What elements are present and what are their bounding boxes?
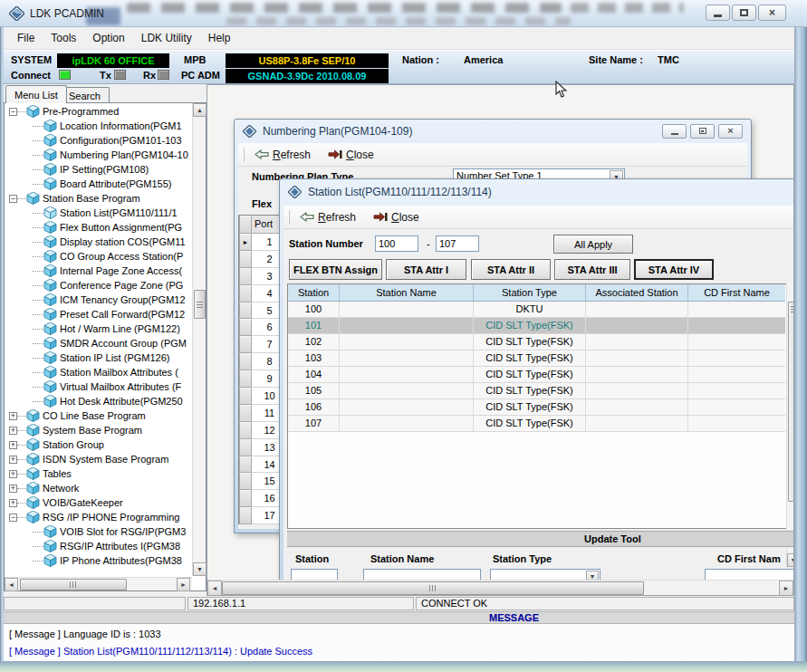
tree-item[interactable]: +VOIB/GateKeeper [5,495,191,510]
numbering-plan-title-bar[interactable]: Numbering Plan(PGM104-109) × [235,120,751,142]
table-cell[interactable] [340,383,474,399]
table-cell[interactable] [586,367,688,383]
close-button[interactable]: × [718,124,743,139]
row-selector[interactable] [239,336,252,353]
table-cell[interactable] [586,334,688,350]
table-cell[interactable] [586,416,688,432]
scroll-left-button[interactable]: ◄ [5,578,18,591]
table-cell[interactable]: CID SLT Type(FSK) [474,367,586,383]
row-selector[interactable] [239,285,252,302]
table-cell[interactable]: CID SLT Type(FSK) [474,334,586,350]
table-cell[interactable] [586,302,688,318]
table-row[interactable]: 102CID SLT Type(FSK) [288,334,787,350]
row-selector[interactable]: ► [239,234,252,251]
table-row[interactable]: 104CID SLT Type(FSK) [288,367,787,383]
column-header[interactable]: Associated Station [586,284,688,302]
table-vscrollbar[interactable]: ▼ [786,283,794,567]
tree-item[interactable]: +Station Group [5,437,191,452]
tree-item[interactable]: Board Attribute(PGM155) [5,177,191,191]
table-cell[interactable]: CID SLT Type(FSK) [474,399,586,416]
row-selector[interactable] [239,422,252,439]
attr-button-sta-attr-ii[interactable]: STA Attr II [471,259,551,280]
minimize-button[interactable] [706,5,730,21]
table-cell[interactable] [340,350,474,367]
menu-item-help[interactable]: Help [200,28,239,48]
table-cell[interactable]: 106 [288,399,340,416]
table-cell[interactable] [340,318,474,334]
expander-icon[interactable]: + [9,456,17,464]
expander-icon[interactable]: − [9,108,17,116]
table-cell[interactable]: 107 [288,416,340,432]
table-cell[interactable]: CID SLT Type(FSK) [474,350,586,367]
tree-item[interactable]: ICM Tenancy Group(PGM12 [5,293,191,307]
tree-item[interactable]: +CO Line Base Program [5,408,191,423]
table-cell[interactable] [688,318,785,334]
tree-item[interactable]: IP Phone Attributes(PGM38 [5,553,191,568]
maximize-button[interactable] [690,124,715,139]
table-cell[interactable] [340,399,474,416]
close-button[interactable]: × [758,5,786,21]
tree-item[interactable]: RSG/IP Attributes I(PGM38 [5,539,191,553]
table-cell[interactable]: 104 [288,367,340,383]
table-cell[interactable] [340,367,474,383]
table-cell[interactable]: 103 [288,350,340,367]
column-header[interactable]: CD First Name [688,284,785,302]
expander-icon[interactable]: + [9,499,17,507]
row-selector[interactable] [239,456,252,474]
station-number-from-input[interactable] [375,235,418,252]
menu-item-option[interactable]: Option [84,28,132,48]
tree-item[interactable]: Internal Page Zone Access( [5,264,191,278]
table-cell[interactable] [688,399,785,416]
column-header[interactable]: Station Name [340,284,474,302]
table-cell[interactable] [586,350,688,367]
row-selector[interactable] [239,439,252,456]
table-row[interactable]: 101CID SLT Type(FSK) [288,318,787,334]
table-row[interactable]: 105CID SLT Type(FSK) [288,383,787,399]
tree-item[interactable]: Preset Call Forward(PGM12 [5,307,191,322]
table-cell[interactable]: 105 [288,383,340,399]
table-cell[interactable] [586,318,688,334]
tab-menu-list[interactable]: Menu List [5,85,67,103]
tree-item[interactable]: Station IP List (PGM126) [5,350,191,365]
row-selector[interactable] [239,405,252,422]
table-cell[interactable]: 100 [288,302,340,318]
tree-item[interactable]: Hot Desk Attribute(PGM250 [5,394,191,408]
tree-hscrollbar-thumb[interactable] [20,579,127,590]
table-cell[interactable] [688,383,785,399]
table-cell[interactable]: CID SLT Type(FSK) [474,383,586,399]
row-selector[interactable] [239,473,252,490]
row-selector[interactable] [239,251,252,268]
scroll-up-button[interactable]: ▲ [193,103,207,117]
tree-item[interactable]: −RSG /IP PHONE Programming [5,510,191,524]
scroll-left-button[interactable]: ◄ [207,581,222,596]
scroll-right-button[interactable]: ► [177,578,190,591]
tree-item[interactable]: Station Mailbox Attributes ( [5,365,191,379]
tree-item[interactable]: Flex Button Assignment(PG [5,220,191,235]
row-selector[interactable] [239,388,252,405]
tree-item[interactable]: Location Information(PGM1 [5,119,191,133]
menu-item-file[interactable]: File [9,28,43,48]
expander-icon[interactable]: + [9,427,17,435]
table-row[interactable]: 106CID SLT Type(FSK) [288,399,787,416]
refresh-button[interactable]: Refresh [300,211,356,224]
tree-item[interactable]: +Tables [5,466,191,481]
expander-icon[interactable]: − [9,514,17,522]
station-number-to-input[interactable] [436,235,479,252]
attr-button-sta-attr-iii[interactable]: STA Attr III [554,259,630,280]
menu-item-tools[interactable]: Tools [43,28,84,48]
tree-vscrollbar[interactable]: ▲ ▼ [192,103,206,576]
tree-item[interactable]: Virtual Mailbox Attributes (F [5,379,191,394]
table-cell[interactable] [688,302,785,318]
tree-item[interactable]: Display station COS(PGM11 [5,235,191,249]
column-header[interactable]: Station [288,284,340,302]
tree-vscrollbar-thumb[interactable] [194,290,206,319]
tree-item[interactable]: −Pre-Programmed [5,104,191,119]
row-selector[interactable] [239,490,252,507]
tree-item[interactable]: Conference Page Zone (PG [5,278,191,293]
expander-icon[interactable]: + [9,470,17,478]
table-cell[interactable]: DKTU [474,302,586,318]
title-bar[interactable]: LDK PCADMIN × [0,0,807,27]
expander-icon[interactable]: + [9,485,17,493]
scroll-down-button[interactable]: ▼ [193,562,207,576]
minimize-button[interactable] [662,124,687,139]
